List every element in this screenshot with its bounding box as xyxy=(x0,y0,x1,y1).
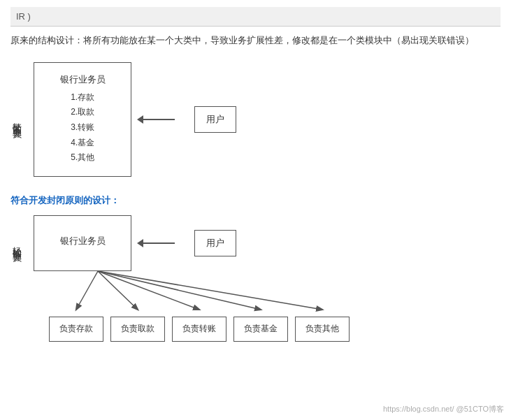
fan-arrows-svg xyxy=(49,271,350,320)
diagram-section-2: 轻松的业务员 银行业务员 用户 xyxy=(10,215,501,342)
top-bar-label: IR ) xyxy=(16,11,31,22)
fan-box-4: 负责其他 xyxy=(295,317,350,342)
arrow-left-2 xyxy=(137,239,175,247)
bank-title-2: 银行业务员 xyxy=(60,235,106,247)
bank-items-1: 1.存款 2.取款 3.转账 4.基金 5.其他 xyxy=(71,90,94,166)
fan-box-1: 负责取款 xyxy=(110,317,165,342)
diagram-section-1: 繁忙的业务员 银行业务员 1.存款 2.取款 3.转账 4.基金 5.其他 xyxy=(10,62,501,177)
fan-box-0: 负责存款 xyxy=(49,317,103,342)
description-text: 原来的结构设计：将所有功能放在某一个大类中，导致业务扩展性差，修改都是在一个类模… xyxy=(10,34,501,48)
fan-boxes-row: 负责存款 负责取款 负责转账 负责基金 负责其他 xyxy=(49,317,350,342)
user-label-2: 用户 xyxy=(206,237,224,249)
arrowhead-2 xyxy=(137,239,143,247)
arrow-left-1 xyxy=(137,115,175,124)
page-container: IR ) 原来的结构设计：将所有功能放在某一个大类中，导致业务扩展性差，修改都是… xyxy=(0,0,511,366)
section2-label: 符合开发封闭原则的设计： xyxy=(10,194,501,207)
bank-box-1: 银行业务员 1.存款 2.取款 3.转账 4.基金 5.其他 xyxy=(34,62,131,177)
svg-line-3 xyxy=(98,271,261,310)
arrow-line-1 xyxy=(143,119,175,120)
bank-box-2: 银行业务员 xyxy=(34,215,131,271)
user-label-1: 用户 xyxy=(206,113,224,126)
watermark: https://blog.csdn.net/ @51CTO博客 xyxy=(383,404,504,414)
arrow-1 xyxy=(137,115,175,124)
arrow-line-2 xyxy=(143,242,175,244)
user-box-2: 用户 xyxy=(194,230,236,256)
bank-title-1: 银行业务员 xyxy=(60,73,106,86)
svg-line-2 xyxy=(98,271,199,310)
diagram-area-1: 繁忙的业务员 银行业务员 1.存款 2.取款 3.转账 4.基金 5.其他 xyxy=(10,62,501,177)
arrow-2 xyxy=(137,239,175,247)
arrowhead-1 xyxy=(137,115,143,124)
fan-section: 负责存款 负责取款 负责转账 负责基金 负责其他 xyxy=(49,271,501,342)
fan-box-3: 负责基金 xyxy=(233,317,288,342)
fan-box-2: 负责转账 xyxy=(172,317,226,342)
diagram-area-2-top: 轻松的业务员 银行业务员 用户 xyxy=(10,215,501,271)
vertical-label-2: 轻松的业务员 xyxy=(10,239,23,247)
vertical-label-1: 繁忙的业务员 xyxy=(10,115,23,124)
top-bar: IR ) xyxy=(10,7,501,27)
svg-line-0 xyxy=(76,271,98,310)
user-box-1: 用户 xyxy=(194,106,236,133)
